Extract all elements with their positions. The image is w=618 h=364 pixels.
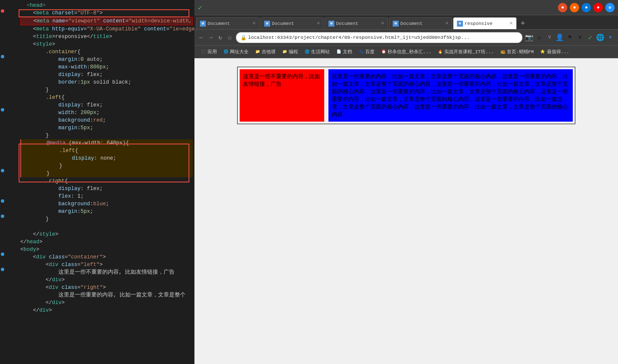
baidu-icon: 🐾 [358,49,364,55]
firefox-icon: ● [570,3,579,12]
browser-engine-icons: ● ● ● ● e [558,3,615,12]
bookmark-coding[interactable]: 📁 编程 [279,48,301,56]
coding-icon: 📁 [282,49,287,55]
tab-label-1: Document [208,21,230,26]
edge-icon: e [605,3,615,12]
tab-document-2[interactable]: W Document × [260,17,324,29]
back-button[interactable]: ← [198,33,205,42]
tab-close-3[interactable]: × [381,20,384,27]
bookmark-fm-label: 首页-蜡蜡FM [507,49,534,55]
bookmark-course-label: 实战开发课程_IT培... [444,49,494,55]
check-icon[interactable]: ✓ [586,33,594,42]
seckill-icon: ⏰ [380,49,386,55]
tab-label-5: responsive [465,21,492,26]
tab-document-1[interactable]: W Document × [196,17,260,29]
chrome-icon: ● [558,3,567,12]
demo-left-text: 这里是一些不重要的内容，比如友情链接，广告 [243,73,320,87]
bookmark-apps[interactable]: ⬛ 应用 [198,48,219,56]
bookmark-baidu-label: 百度 [365,49,375,55]
tab-favicon-4: W [393,21,399,27]
bookmarks-bar: ⬛ 应用 🌐 网址大全 📁 吉他谱 📁 编程 🌐 生活网站 📄 文档 🐾 百度 [194,46,618,58]
editor-gutter [0,0,17,364]
opera-icon: ● [593,3,603,12]
tab-close-1[interactable]: × [252,20,256,27]
globe-icon[interactable]: 🌐 [596,33,604,42]
demo-left: 这里是一些不重要的内容，比如友情链接，广告 [240,69,324,122]
bookmark-guitar[interactable]: 📁 吉他谱 [252,48,278,56]
ie-icon: ● [582,3,591,12]
bookmark-seckill[interactable]: ⏰ 秒杀信息_秒杀汇... [378,48,434,56]
apps-icon: ⬛ [200,49,206,55]
tab-label-2: Document [272,21,294,26]
screenshot-icon[interactable]: 📷 [525,33,533,42]
tab-document-4[interactable]: W Document × [389,17,452,29]
refresh-button[interactable]: ↻ [217,33,224,42]
tab-favicon-5: W [457,21,463,27]
bookmark-guitar-label: 吉他谱 [262,49,276,55]
tab-label-3: Document [336,21,358,26]
tab-responsive[interactable]: W responsive × [453,17,517,29]
tab-close-4[interactable]: × [445,20,448,27]
extension-icon[interactable]: V [576,33,584,42]
tab-close-2[interactable]: × [317,20,320,27]
address-text: localhost:63343/project/chapter4/09-resp… [248,35,470,40]
bookmark-docs[interactable]: 📄 文档 [333,48,355,56]
bookmark-baidu[interactable]: 🐾 百度 [355,48,377,56]
bookmark-best-label: 最值得... [547,49,569,55]
tab-document-3[interactable]: W Document × [325,17,388,29]
tab-label-4: Document [400,21,423,26]
editor-panel: <head> <meta charset="UTF-8"> <meta name… [0,0,194,364]
editor-code[interactable]: <head> <meta charset="UTF-8"> <meta name… [17,0,194,364]
new-tab-button[interactable]: + [517,18,528,29]
user-icon[interactable]: 👤 [555,33,564,42]
address-bar[interactable]: 🔒 localhost:63343/project/chapter4/09-re… [236,32,522,43]
demo-right-text: 这里是一些重要的内容，比如一篇文章，文章是整个页面的核心内容，这里是一些重要的内… [332,73,568,117]
bookmark-seckill-label: 秒杀信息_秒杀汇... [388,49,431,55]
address-icons: 📷 ☆ V 👤 M V ✓ 🌐 e [525,33,615,42]
tab-favicon-2: W [264,21,270,27]
bookmark-best[interactable]: ⭐ 最值得... [537,48,572,56]
guitar-icon: 📁 [254,49,260,55]
browser-addressbar: ← → ↻ ⌂ 🔒 localhost:63343/project/chapte… [194,30,618,46]
browser-viewport: 这里是一些不重要的内容，比如友情链接，广告 这里是一些重要的内容，比如一篇文章，… [194,58,618,364]
checkmark-icon: ✓ [198,3,202,12]
bookmark-course[interactable]: 🔥 实战开发课程_IT培... [435,48,496,56]
bookmark-apps-label: 应用 [208,49,217,55]
browser-tabs: W Document × W Document × W Document × W… [194,15,618,30]
bookmark-life[interactable]: 🌐 生活网站 [301,48,332,56]
tab-close-5[interactable]: × [509,20,513,27]
course-icon: 🔥 [437,49,443,55]
tab-favicon-3: W [328,21,334,27]
bookmark-life-label: 生活网站 [311,49,330,55]
home-button[interactable]: ⌂ [226,33,233,42]
bookmark-coding-label: 编程 [289,49,298,55]
sync-icon[interactable]: M [566,33,574,42]
demo-right: 这里是一些重要的内容，比如一篇文章，文章是整个页面的核心内容，这里是一些重要的内… [328,69,573,122]
browser-title-bar: ✓ ● ● ● ● e [194,0,618,15]
bookmark-nav[interactable]: 🌐 网址大全 [220,48,251,56]
star-icon[interactable]: ☆ [535,33,544,42]
fm-icon: 📻 [500,49,506,55]
demo-container: 这里是一些不重要的内容，比如友情链接，广告 这里是一些重要的内容，比如一篇文章，… [237,67,575,124]
bookmark-nav-label: 网址大全 [230,49,249,55]
nav-icon: 🌐 [223,49,229,55]
life-icon: 🌐 [304,49,310,55]
vimium-icon[interactable]: V [545,33,554,42]
forward-button[interactable]: → [207,33,214,42]
edge-addr-icon[interactable]: e [606,33,615,42]
tab-favicon-1: W [200,21,206,27]
best-icon: ⭐ [540,49,546,55]
browser-panel: ✓ ● ● ● ● e W Document × W Document × W … [194,0,618,364]
bookmark-docs-label: 文档 [343,49,352,55]
bookmark-fm[interactable]: 📻 首页-蜡蜡FM [497,48,536,56]
docs-icon: 📄 [336,49,342,55]
